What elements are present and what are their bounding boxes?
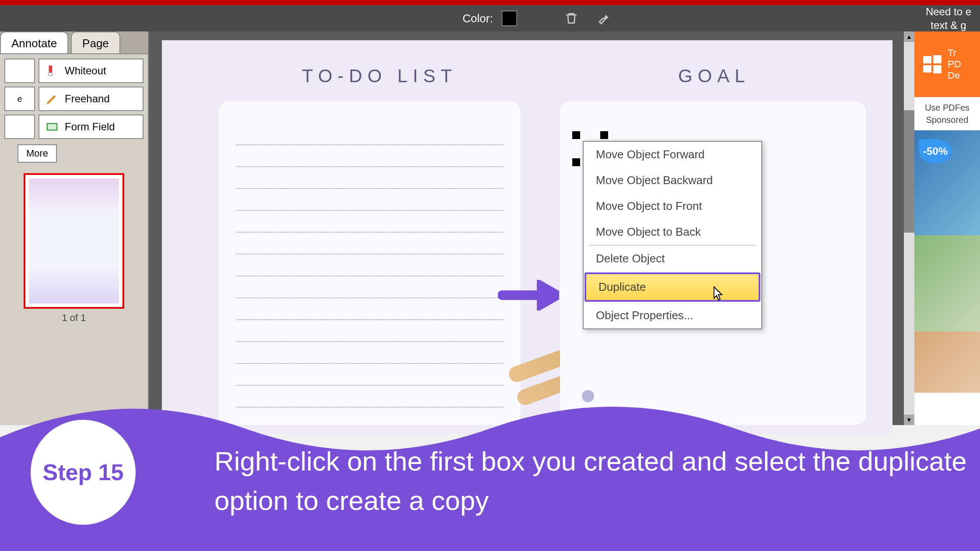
todo-heading: TO-DO LIST [302,66,457,87]
whiteout-icon [46,64,59,77]
pencil-icon [46,92,59,105]
tool-whiteout[interactable]: Whiteout [38,59,144,83]
handle-top-left[interactable] [572,131,580,139]
todo-line [236,276,503,298]
todo-line [236,342,503,364]
todo-line [236,167,503,189]
ad-image-3[interactable] [914,331,980,393]
tab-page[interactable]: Page [71,31,120,53]
todo-line [236,145,503,167]
svg-rect-6 [933,65,942,73]
color-swatch[interactable] [502,10,518,26]
menu-duplicate[interactable]: Duplicate [584,272,760,302]
promo-line2: PD [948,59,961,70]
page-thumbnail[interactable] [24,173,124,309]
tab-annotate[interactable]: Annotate [0,31,68,53]
toolbar: Color: Need to e text & g [0,5,980,31]
ad-image-2[interactable] [914,235,980,331]
help-text: Need to e text & g [926,5,971,32]
formfield-icon [46,120,59,133]
todo-card [219,101,521,425]
step-circle: Step 15 [31,420,136,525]
left-panel: Annotate Page Whiteout e Freehand [0,31,149,425]
canvas-area: TO-DO LIST GOAL [149,31,914,425]
instruction-arrow-icon [498,280,559,312]
todo-line [236,211,503,233]
color-label: Color: [462,12,493,25]
freehand-label: Freehand [65,93,110,105]
todo-line [236,233,503,255]
menu-move-back[interactable]: Move Object to Back [584,219,761,245]
windows-icon [921,53,943,75]
ad-image-1[interactable]: -50% [914,130,980,235]
handle-bottom-left[interactable] [572,158,580,166]
thumbnail-caption: 1 of 1 [6,312,142,324]
tool-formfield[interactable]: Form Field [38,115,144,139]
formfield-label: Form Field [65,121,115,133]
menu-move-front[interactable]: Move Object to Front [584,193,761,219]
right-sidebar: Tr PD De Use PDFes Sponsored -50% [914,31,980,425]
svg-rect-3 [923,56,931,63]
svg-rect-2 [47,124,57,130]
todo-line [236,255,503,276]
menu-delete[interactable]: Delete Object [584,246,761,272]
scrollbar[interactable]: ▲ ▼ [904,31,914,425]
tool-empty-2[interactable]: e [4,87,35,111]
promo-line3: De [948,70,961,81]
todo-line [236,189,503,211]
trash-icon[interactable] [564,10,579,26]
scroll-up-icon[interactable]: ▲ [904,31,914,42]
promo-box[interactable]: Tr PD De [914,31,980,97]
whiteout-label: Whiteout [65,65,106,77]
wrench-icon[interactable] [597,10,612,26]
handle-top-right[interactable] [600,131,608,139]
svg-rect-0 [49,66,52,73]
goal-heading: GOAL [678,66,750,87]
canvas-page[interactable]: TO-DO LIST GOAL [162,40,892,434]
svg-rect-5 [923,65,931,73]
instruction-banner: Step 15 Right-click on the first box you… [0,385,980,551]
todo-line [236,364,503,386]
tool-empty-1[interactable] [4,59,35,83]
promo-line1: Tr [948,47,961,59]
menu-properties[interactable]: Object Properties... [584,303,761,328]
instruction-text: Right-click on the first box you created… [214,442,980,520]
scroll-thumb[interactable] [904,110,914,233]
menu-move-backward[interactable]: Move Object Backward [584,167,761,193]
sponsor-text: Use PDFes Sponsored [914,97,980,130]
tool-empty-3[interactable] [4,115,35,139]
todo-line [236,123,503,145]
discount-badge: -50% [919,139,952,164]
svg-point-1 [48,73,52,76]
context-menu: Move Object Forward Move Object Backward… [583,141,762,329]
todo-line [236,298,503,320]
top-red-bar [0,0,980,5]
svg-rect-4 [933,55,942,63]
more-button[interactable]: More [18,144,57,163]
step-label: Step 15 [43,459,124,485]
menu-move-forward[interactable]: Move Object Forward [584,142,761,167]
todo-line [236,320,503,342]
cursor-icon [710,286,724,305]
tool-freehand[interactable]: Freehand [38,87,144,111]
